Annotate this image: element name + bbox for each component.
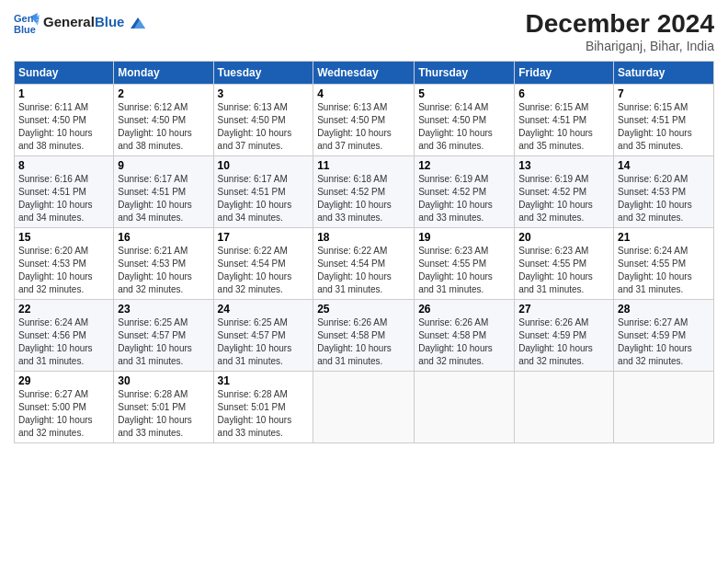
day-info: Sunrise: 6:22 AMSunset: 4:54 PMDaylight:…: [317, 245, 410, 296]
day-number: 8: [18, 159, 109, 172]
day-number: 23: [118, 303, 209, 316]
calendar-cell: 23Sunrise: 6:25 AMSunset: 4:57 PMDayligh…: [114, 300, 213, 372]
day-info: Sunrise: 6:20 AMSunset: 4:53 PMDaylight:…: [18, 245, 109, 296]
day-info: Sunrise: 6:19 AMSunset: 4:52 PMDaylight:…: [418, 173, 510, 224]
day-info: Sunrise: 6:15 AMSunset: 4:51 PMDaylight:…: [618, 101, 710, 153]
calendar-cell: [614, 372, 714, 443]
calendar-cell: 24Sunrise: 6:25 AMSunset: 4:57 PMDayligh…: [213, 300, 313, 372]
day-info: Sunrise: 6:27 AMSunset: 5:00 PMDaylight:…: [18, 388, 109, 440]
calendar-cell: 28Sunrise: 6:27 AMSunset: 4:59 PMDayligh…: [614, 300, 714, 372]
day-info: Sunrise: 6:26 AMSunset: 4:58 PMDaylight:…: [418, 316, 510, 368]
svg-text:Blue: Blue: [14, 24, 36, 35]
day-info: Sunrise: 6:16 AMSunset: 4:51 PMDaylight:…: [18, 173, 109, 224]
calendar-cell: 5Sunrise: 6:14 AMSunset: 4:50 PMDaylight…: [415, 85, 515, 156]
day-number: 11: [317, 159, 410, 172]
weekday-header-thursday: Thursday: [415, 62, 515, 85]
day-info: Sunrise: 6:28 AMSunset: 5:01 PMDaylight:…: [118, 388, 209, 440]
weekday-header-friday: Friday: [515, 62, 614, 85]
day-info: Sunrise: 6:25 AMSunset: 4:57 PMDaylight:…: [218, 316, 310, 368]
calendar-cell: [515, 372, 614, 443]
day-number: 5: [418, 87, 510, 100]
calendar-cell: 21Sunrise: 6:24 AMSunset: 4:55 PMDayligh…: [614, 228, 714, 300]
day-info: Sunrise: 6:17 AMSunset: 4:51 PMDaylight:…: [218, 173, 310, 224]
calendar-cell: 6Sunrise: 6:15 AMSunset: 4:51 PMDaylight…: [515, 85, 614, 156]
day-number: 2: [118, 87, 209, 100]
calendar-cell: 14Sunrise: 6:20 AMSunset: 4:53 PMDayligh…: [614, 156, 714, 228]
day-number: 28: [618, 303, 710, 316]
calendar-cell: 8Sunrise: 6:16 AMSunset: 4:51 PMDaylight…: [15, 156, 114, 228]
logo: General Blue GeneralBlue: [14, 9, 145, 35]
day-number: 22: [18, 303, 109, 316]
day-info: Sunrise: 6:18 AMSunset: 4:52 PMDaylight:…: [317, 173, 410, 224]
main-title: December 2024: [526, 9, 714, 39]
day-info: Sunrise: 6:13 AMSunset: 4:50 PMDaylight:…: [317, 101, 410, 153]
weekday-header-tuesday: Tuesday: [213, 62, 313, 85]
day-info: Sunrise: 6:23 AMSunset: 4:55 PMDaylight:…: [418, 245, 510, 296]
calendar-cell: 7Sunrise: 6:15 AMSunset: 4:51 PMDaylight…: [614, 85, 714, 156]
day-number: 25: [317, 303, 410, 316]
calendar-cell: 19Sunrise: 6:23 AMSunset: 4:55 PMDayligh…: [415, 228, 515, 300]
day-info: Sunrise: 6:12 AMSunset: 4:50 PMDaylight:…: [118, 101, 209, 153]
header: General Blue GeneralBlue December 2024 B…: [14, 9, 714, 53]
title-block: December 2024 Bihariganj, Bihar, India: [526, 9, 714, 53]
calendar-cell: [313, 372, 415, 443]
day-number: 7: [618, 87, 710, 100]
day-number: 24: [218, 303, 310, 316]
calendar-cell: 31Sunrise: 6:28 AMSunset: 5:01 PMDayligh…: [213, 372, 313, 443]
day-number: 4: [317, 87, 410, 100]
day-number: 14: [618, 159, 710, 172]
calendar-cell: 16Sunrise: 6:21 AMSunset: 4:53 PMDayligh…: [114, 228, 213, 300]
calendar-table: SundayMondayTuesdayWednesdayThursdayFrid…: [14, 61, 714, 443]
day-number: 12: [418, 159, 510, 172]
day-info: Sunrise: 6:20 AMSunset: 4:53 PMDaylight:…: [618, 173, 710, 224]
calendar-cell: 1Sunrise: 6:11 AMSunset: 4:50 PMDaylight…: [15, 85, 114, 156]
weekday-header-sunday: Sunday: [15, 62, 114, 85]
day-number: 31: [218, 374, 310, 387]
subtitle: Bihariganj, Bihar, India: [526, 39, 714, 53]
day-number: 19: [418, 231, 510, 244]
calendar-cell: 9Sunrise: 6:17 AMSunset: 4:51 PMDaylight…: [114, 156, 213, 228]
calendar-cell: 13Sunrise: 6:19 AMSunset: 4:52 PMDayligh…: [515, 156, 614, 228]
day-info: Sunrise: 6:17 AMSunset: 4:51 PMDaylight:…: [118, 173, 209, 224]
calendar-cell: 2Sunrise: 6:12 AMSunset: 4:50 PMDaylight…: [114, 85, 213, 156]
day-info: Sunrise: 6:25 AMSunset: 4:57 PMDaylight:…: [118, 316, 209, 368]
day-number: 26: [418, 303, 510, 316]
calendar-cell: 15Sunrise: 6:20 AMSunset: 4:53 PMDayligh…: [15, 228, 114, 300]
calendar-cell: 30Sunrise: 6:28 AMSunset: 5:01 PMDayligh…: [114, 372, 213, 443]
day-number: 9: [118, 159, 209, 172]
calendar-container: General Blue GeneralBlue December 2024 B…: [0, 0, 728, 563]
day-info: Sunrise: 6:21 AMSunset: 4:53 PMDaylight:…: [118, 245, 209, 296]
weekday-header-wednesday: Wednesday: [313, 62, 415, 85]
day-number: 13: [518, 159, 609, 172]
calendar-cell: 26Sunrise: 6:26 AMSunset: 4:58 PMDayligh…: [415, 300, 515, 372]
calendar-cell: 25Sunrise: 6:26 AMSunset: 4:58 PMDayligh…: [313, 300, 415, 372]
day-number: 6: [518, 87, 609, 100]
calendar-cell: 3Sunrise: 6:13 AMSunset: 4:50 PMDaylight…: [213, 85, 313, 156]
day-info: Sunrise: 6:19 AMSunset: 4:52 PMDaylight:…: [518, 173, 609, 224]
calendar-cell: 10Sunrise: 6:17 AMSunset: 4:51 PMDayligh…: [213, 156, 313, 228]
day-number: 10: [218, 159, 310, 172]
weekday-header-monday: Monday: [114, 62, 213, 85]
logo-icon: General Blue: [14, 9, 40, 35]
day-info: Sunrise: 6:28 AMSunset: 5:01 PMDaylight:…: [218, 388, 310, 440]
calendar-cell: 29Sunrise: 6:27 AMSunset: 5:00 PMDayligh…: [15, 372, 114, 443]
calendar-cell: 4Sunrise: 6:13 AMSunset: 4:50 PMDaylight…: [313, 85, 415, 156]
day-info: Sunrise: 6:23 AMSunset: 4:55 PMDaylight:…: [518, 245, 609, 296]
day-info: Sunrise: 6:26 AMSunset: 4:59 PMDaylight:…: [518, 316, 609, 368]
day-number: 3: [218, 87, 310, 100]
calendar-cell: 17Sunrise: 6:22 AMSunset: 4:54 PMDayligh…: [213, 228, 313, 300]
calendar-cell: 11Sunrise: 6:18 AMSunset: 4:52 PMDayligh…: [313, 156, 415, 228]
day-number: 16: [118, 231, 209, 244]
calendar-cell: [415, 372, 515, 443]
day-info: Sunrise: 6:24 AMSunset: 4:55 PMDaylight:…: [618, 245, 710, 296]
calendar-cell: 27Sunrise: 6:26 AMSunset: 4:59 PMDayligh…: [515, 300, 614, 372]
day-info: Sunrise: 6:13 AMSunset: 4:50 PMDaylight:…: [218, 101, 310, 153]
day-info: Sunrise: 6:26 AMSunset: 4:58 PMDaylight:…: [317, 316, 410, 368]
day-number: 1: [18, 87, 109, 100]
calendar-cell: 18Sunrise: 6:22 AMSunset: 4:54 PMDayligh…: [313, 228, 415, 300]
calendar-cell: 12Sunrise: 6:19 AMSunset: 4:52 PMDayligh…: [415, 156, 515, 228]
day-number: 20: [518, 231, 609, 244]
day-number: 21: [618, 231, 710, 244]
day-info: Sunrise: 6:27 AMSunset: 4:59 PMDaylight:…: [618, 316, 710, 368]
calendar-cell: 22Sunrise: 6:24 AMSunset: 4:56 PMDayligh…: [15, 300, 114, 372]
